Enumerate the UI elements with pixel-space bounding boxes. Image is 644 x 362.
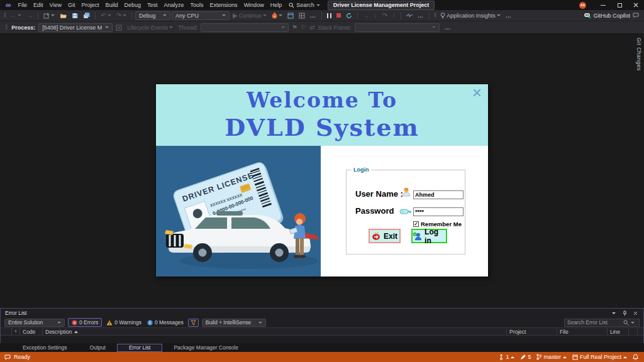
step-into-icon: ↓: [374, 13, 377, 19]
lifecycle-events-dropdown[interactable]: Lifecycle Events: [125, 25, 175, 31]
continue-button[interactable]: ▶ Continue: [231, 13, 269, 19]
menu-build[interactable]: Build: [102, 2, 121, 8]
debug-location-overflow-button[interactable]: …: [443, 25, 453, 31]
github-copilot-label[interactable]: GitHub Copilot: [593, 13, 630, 19]
step-out-button[interactable]: ↑: [391, 13, 397, 19]
layout-picker-button[interactable]: [297, 13, 307, 19]
filter-button[interactable]: [188, 319, 199, 327]
errors-filter-button[interactable]: 0 Errors: [68, 318, 102, 327]
new-project-button[interactable]: [42, 13, 57, 19]
open-folder-button[interactable]: [58, 13, 69, 19]
insights-overflow-button[interactable]: …: [504, 13, 514, 19]
column-code[interactable]: Code: [20, 328, 43, 335]
menu-extensions[interactable]: Extensions: [207, 2, 241, 8]
toolbar-grip[interactable]: ‖: [3, 12, 7, 19]
navigate-forward-button[interactable]: →: [25, 13, 35, 19]
repository-icon: [572, 354, 578, 360]
scope-dropdown[interactable]: Entire Solution: [4, 319, 65, 327]
menu-project[interactable]: Project: [78, 2, 102, 8]
column-filter-icon: [14, 329, 17, 334]
form-close-button[interactable]: [473, 89, 481, 97]
minimize-button[interactable]: [595, 0, 611, 10]
background-tasks-icon[interactable]: [4, 354, 11, 360]
menu-git[interactable]: Git: [65, 2, 79, 8]
column-line[interactable]: Line: [608, 328, 629, 335]
column-severity[interactable]: [12, 328, 20, 335]
messages-filter-button[interactable]: 0 Messages: [146, 319, 185, 326]
save-all-button[interactable]: [81, 13, 92, 19]
column-file[interactable]: File: [557, 328, 608, 335]
menu-test[interactable]: Test: [144, 2, 161, 8]
menu-file[interactable]: File: [15, 2, 31, 8]
tab-error-list[interactable]: Error List: [117, 344, 162, 352]
application-insights-button[interactable]: Application Insights: [438, 13, 502, 19]
navigate-back-button[interactable]: ←: [8, 13, 23, 19]
maximize-button[interactable]: [611, 0, 628, 10]
flag-outline-icon[interactable]: ⚐: [301, 25, 306, 31]
restart-button[interactable]: [344, 13, 354, 19]
diagnostics-button[interactable]: [404, 13, 414, 18]
tab-package-manager-console[interactable]: Package Manager Console: [162, 344, 250, 352]
debug-toolbar-overflow-button[interactable]: …: [416, 13, 426, 19]
notifications-button[interactable]: [631, 354, 640, 360]
feedback-icon[interactable]: [633, 13, 639, 18]
solution-platform-dropdown[interactable]: Any CPU: [172, 11, 230, 20]
save-button[interactable]: [70, 13, 80, 19]
password-input[interactable]: [413, 207, 464, 216]
column-description[interactable]: Description: [43, 328, 507, 335]
thread-dropdown[interactable]: [201, 23, 289, 32]
search-error-list-input[interactable]: [567, 319, 621, 326]
chevron-down-icon: [163, 14, 167, 16]
close-panel-icon[interactable]: [633, 311, 638, 315]
bottom-panel-tabs: Exception Settings Output Error List Pac…: [0, 343, 644, 352]
menu-analyze[interactable]: Analyze: [161, 2, 187, 8]
pin-icon[interactable]: [622, 310, 627, 316]
repository-selector-button[interactable]: Full Real Project: [571, 354, 628, 360]
branch-selector-button[interactable]: master: [535, 354, 568, 360]
search-control[interactable]: Search: [285, 2, 324, 8]
error-list-searchbox[interactable]: [564, 319, 640, 327]
git-changes-side-tab[interactable]: Git Changes: [636, 38, 642, 71]
stack-frame-dropdown[interactable]: [355, 23, 440, 32]
menu-edit[interactable]: Edit: [30, 2, 47, 8]
show-threads-icon[interactable]: ⇄: [309, 25, 314, 31]
menu-debug[interactable]: Debug: [121, 2, 145, 8]
menu-tools[interactable]: Tools: [187, 2, 207, 8]
toolbar-overflow-button[interactable]: …: [308, 13, 318, 19]
menu-window[interactable]: Window: [241, 2, 267, 8]
column-project[interactable]: Project: [507, 328, 557, 335]
exit-button[interactable]: Exit: [369, 229, 401, 243]
warnings-filter-button[interactable]: 0 Warnings: [105, 319, 143, 326]
tab-output[interactable]: Output: [78, 344, 117, 352]
step-over-button[interactable]: ↷: [380, 13, 389, 19]
configuration-value: Debug: [139, 13, 160, 19]
show-next-statement-button[interactable]: →: [361, 13, 371, 19]
active-document-title[interactable]: Driver License Management Project: [328, 1, 435, 10]
close-button[interactable]: [628, 0, 644, 10]
outgoing-commits-button[interactable]: 1: [497, 354, 516, 360]
undo-button[interactable]: ↶: [99, 13, 113, 19]
pending-edits-button[interactable]: 5: [519, 354, 532, 360]
solution-configuration-dropdown[interactable]: Debug: [135, 11, 170, 20]
account-avatar[interactable]: AA: [579, 2, 586, 9]
process-dropdown[interactable]: [5408] Driver License M: [38, 23, 113, 32]
stop-debugging-button[interactable]: [335, 13, 343, 18]
remember-me-checkbox[interactable]: ✓ Remember Me: [413, 221, 462, 228]
break-all-button[interactable]: [325, 13, 333, 18]
build-intellisense-dropdown[interactable]: Build + IntelliSense: [202, 319, 266, 327]
step-into-button[interactable]: ↓: [372, 13, 379, 19]
menu-help[interactable]: Help: [267, 2, 286, 8]
live-visual-tree-button[interactable]: [286, 13, 296, 19]
toolbar-grip[interactable]: ‖: [433, 12, 437, 19]
password-label: Password :: [355, 206, 404, 216]
hot-reload-button[interactable]: [270, 12, 284, 19]
window-position-chevron-icon[interactable]: [612, 312, 616, 314]
redo-button[interactable]: ↷: [114, 13, 128, 19]
flag-icon[interactable]: ⚑: [292, 25, 297, 31]
menu-view[interactable]: View: [47, 2, 65, 8]
username-input[interactable]: [413, 190, 464, 199]
login-button[interactable]: Log in: [411, 229, 447, 243]
tab-exception-settings[interactable]: Exception Settings: [11, 344, 78, 352]
github-copilot-icon: [584, 13, 591, 18]
toolbar-grip[interactable]: ‖: [4, 24, 8, 31]
